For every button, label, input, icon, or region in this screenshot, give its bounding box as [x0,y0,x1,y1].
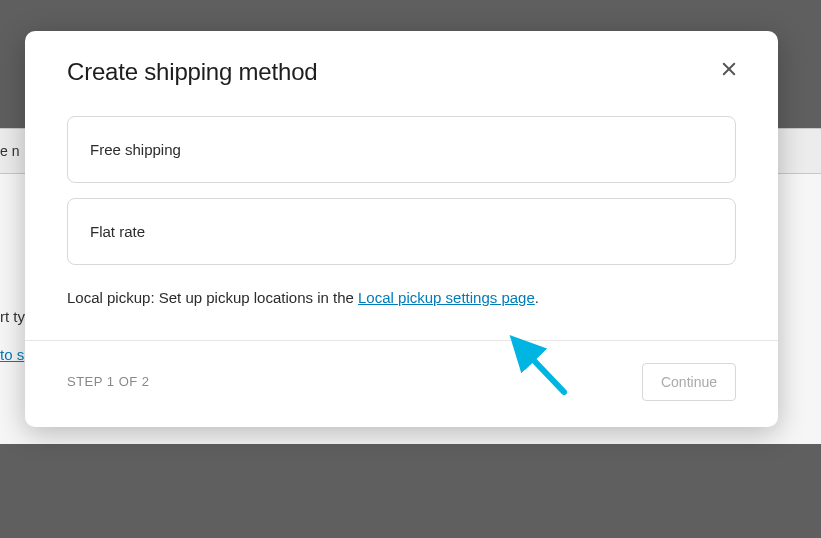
create-shipping-method-modal: Create shipping method Free shipping Fla… [25,31,778,427]
option-label: Free shipping [90,141,181,158]
modal-title: Create shipping method [67,58,317,86]
option-flat-rate[interactable]: Flat rate [67,198,736,265]
background-text: rt ty [0,308,25,325]
continue-button[interactable]: Continue [642,363,736,401]
local-pickup-hint: Local pickup: Set up pickup locations in… [67,287,736,310]
option-label: Flat rate [90,223,145,240]
local-pickup-settings-link[interactable]: Local pickup settings page [358,289,535,306]
close-icon [720,60,738,81]
modal-body: Free shipping Flat rate Local pickup: Se… [25,86,778,340]
background-text: e n [0,143,19,159]
step-indicator: STEP 1 OF 2 [67,374,150,389]
background-link-fragment: to s [0,346,24,363]
modal-footer: STEP 1 OF 2 Continue [25,340,778,427]
option-free-shipping[interactable]: Free shipping [67,116,736,183]
hint-suffix: . [535,289,539,306]
modal-header: Create shipping method [25,31,778,86]
close-button[interactable] [716,56,742,85]
hint-prefix: Local pickup: Set up pickup locations in… [67,289,358,306]
